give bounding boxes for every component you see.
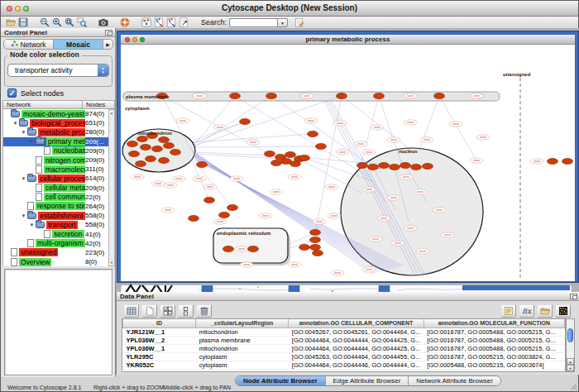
close-button[interactable]: [7, 6, 12, 12]
tree-row[interactable]: ▼cellular process614(0): [3, 174, 108, 183]
select-nodes-checkbox[interactable]: ✓: [7, 88, 17, 98]
notes-icon[interactable]: [500, 304, 516, 318]
graph-node[interactable]: [227, 204, 238, 210]
tree-row[interactable]: ▼biological_process651(0): [3, 118, 108, 127]
graph-node[interactable]: [152, 146, 163, 151]
new-attribute-icon[interactable]: [141, 304, 157, 318]
tree-row[interactable]: nucleobase-209(0): [3, 146, 108, 155]
tree-row[interactable]: ▼primary metabo209(...: [3, 137, 108, 146]
graph-node[interactable]: [374, 93, 385, 98]
float-panel-icon[interactable]: [105, 30, 112, 36]
graph-node[interactable]: [164, 142, 175, 148]
tree-row[interactable]: cell communicat22(0): [3, 193, 108, 202]
table-row[interactable]: YLR295Ccytoplasm[GO:0045263, GO:0044464,…: [123, 352, 565, 361]
tree-row[interactable]: unassigned223(0): [3, 248, 108, 257]
graph-node[interactable]: [290, 160, 301, 166]
graph-node[interactable]: [316, 143, 327, 149]
graph-node[interactable]: [310, 229, 321, 235]
network-canvas-container[interactable]: plasma membranecytoplasmmitochondrionnuc…: [121, 45, 575, 281]
graph-node[interactable]: [368, 164, 379, 170]
graph-node[interactable]: [127, 141, 138, 146]
zoom-fit-icon[interactable]: [63, 17, 75, 28]
float-panel-icon[interactable]: [570, 294, 577, 299]
network-frame-titlebar[interactable]: primary metabolic process: [121, 35, 575, 45]
graph-node[interactable]: [129, 151, 140, 156]
delete-attribute-icon[interactable]: [196, 304, 212, 318]
graph-node[interactable]: [146, 155, 156, 161]
tree-row[interactable]: Overview8(0): [3, 257, 108, 266]
tree-row[interactable]: macromolecule311(0): [3, 165, 108, 174]
graph-node[interactable]: [137, 136, 148, 141]
graph-node[interactable]: [337, 93, 347, 98]
graph-node[interactable]: [400, 162, 411, 168]
graph-node[interactable]: [271, 160, 282, 165]
graph-node[interactable]: [230, 93, 241, 98]
function-builder-icon[interactable]: f(x): [519, 304, 534, 318]
graph-node[interactable]: [434, 93, 445, 98]
attribute-file-icon[interactable]: [293, 17, 305, 28]
graph-node[interactable]: [310, 237, 321, 242]
tree-row[interactable]: ▼metabolic process280(0): [3, 127, 108, 136]
graph-node[interactable]: [390, 164, 400, 170]
graph-node[interactable]: [204, 197, 215, 203]
tab-network[interactable]: Network: [3, 39, 54, 50]
unselect-attributes-icon[interactable]: [178, 304, 194, 318]
graph-node[interactable]: [141, 144, 151, 150]
graph-node[interactable]: [313, 250, 323, 256]
graph-node[interactable]: [219, 212, 230, 218]
tree-row[interactable]: multi-organism pro42(0): [3, 239, 108, 248]
graph-node[interactable]: [308, 131, 318, 136]
graph-node[interactable]: [189, 215, 199, 221]
expand-arrow-icon[interactable]: ▼: [20, 130, 27, 135]
open-session-icon[interactable]: [4, 17, 17, 28]
graph-node[interactable]: [266, 93, 277, 98]
help-lifering-icon[interactable]: [118, 17, 131, 28]
frame-zoom-button[interactable]: [140, 37, 145, 42]
graph-node[interactable]: [423, 163, 433, 169]
column-header[interactable]: ID: [123, 319, 196, 327]
tree-row[interactable]: response to stimulu264(0): [3, 202, 108, 211]
table-row[interactable]: YPL036W__1mitochondrion[GO:0044464, GO:0…: [123, 344, 565, 352]
zoom-window-button[interactable]: [23, 6, 29, 12]
snapshot-camera-icon[interactable]: [97, 17, 109, 28]
tree-scrollbar[interactable]: ▲ ▼: [108, 109, 115, 266]
layout-blue-icon[interactable]: [152, 17, 165, 28]
scroll-up-icon[interactable]: ▲: [109, 111, 114, 115]
select-attributes-icon[interactable]: [160, 304, 175, 318]
minimize-button[interactable]: [15, 6, 21, 12]
frame-close-button[interactable]: [125, 37, 130, 42]
expand-arrow-icon[interactable]: ▼: [12, 121, 19, 126]
graph-node[interactable]: [159, 157, 170, 163]
table-row[interactable]: YKR052Ccytoplasm[GO:0044464, GO:0044446,…: [123, 361, 565, 369]
tab-mosaic[interactable]: Mosaic: [54, 39, 103, 50]
column-header[interactable]: _cellularLayoutRegion: [196, 319, 289, 327]
graph-node[interactable]: [240, 118, 251, 124]
table-row[interactable]: YDR039C__1mitochondrion[GO:0044464, GO:0…: [123, 369, 565, 372]
network-column-header[interactable]: Network: [2, 100, 83, 109]
graph-node[interactable]: [285, 151, 296, 157]
tree-row[interactable]: ▼transport558(0): [3, 220, 108, 229]
more-tabs-button[interactable]: ▶: [103, 39, 113, 50]
expand-arrow-icon[interactable]: ▼: [20, 213, 27, 218]
tree-row[interactable]: cellular metabo209(0): [3, 184, 108, 193]
tree-row[interactable]: secretion41(0): [3, 229, 108, 238]
tree-row[interactable]: mosaic-demo-yeast874(0): [3, 109, 108, 118]
background-window-fragments[interactable]: [116, 282, 579, 292]
frame-minimize-button[interactable]: [132, 37, 137, 42]
vizmapper-icon[interactable]: [140, 17, 152, 28]
scroll-down-icon[interactable]: ▼: [567, 365, 574, 371]
column-header[interactable]: annotation.GO MOLECULAR_FUNCTION: [423, 319, 564, 327]
tree-row[interactable]: nitrogen compo209(0): [3, 155, 108, 165]
graph-node[interactable]: [170, 149, 181, 155]
save-session-icon[interactable]: [17, 17, 29, 28]
graph-node[interactable]: [223, 246, 234, 251]
graph-node[interactable]: [265, 151, 275, 156]
graph-node[interactable]: [136, 160, 146, 166]
graph-node[interactable]: [299, 155, 310, 160]
resize-grip[interactable]: [570, 383, 577, 390]
graph-node[interactable]: [548, 158, 558, 164]
layout-red-icon[interactable]: [165, 17, 177, 28]
graph-node[interactable]: [357, 162, 368, 168]
column-header[interactable]: annotation.GO CELLULAR_COMPONENT: [289, 319, 423, 327]
search-dropdown-button[interactable]: ▼: [277, 18, 288, 27]
